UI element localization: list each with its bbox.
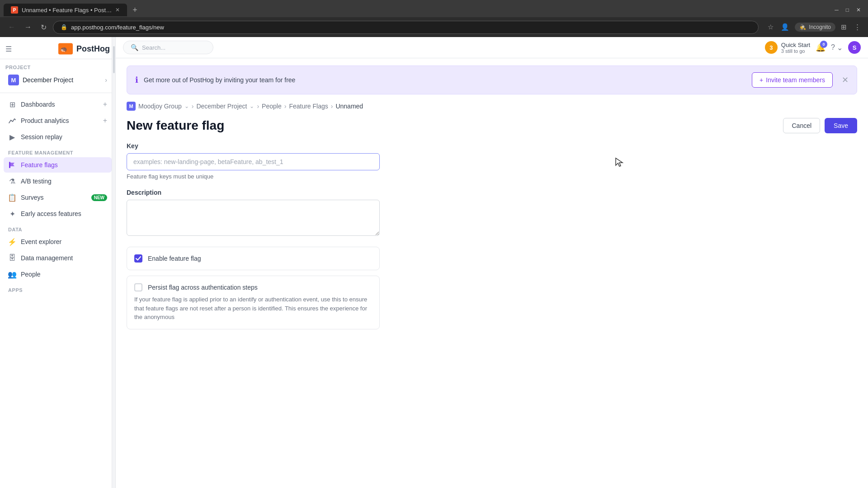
new-tab-button[interactable]: + xyxy=(129,4,141,17)
svg-rect-2 xyxy=(9,162,10,168)
surveys-icon: 📋 xyxy=(8,193,16,202)
invite-team-members-button[interactable]: + Invite team members xyxy=(752,72,833,88)
sidebar-item-dashboards[interactable]: ⊞ Dashboards + xyxy=(4,97,112,112)
user-avatar[interactable]: S xyxy=(848,41,861,54)
sidebar-item-product-analytics[interactable]: Product analytics + xyxy=(4,113,112,128)
sidebar-item-label: Event explorer xyxy=(21,238,107,245)
form-area: Key Feature flag keys must be unique Des… xyxy=(116,142,868,488)
search-icon: 🔍 xyxy=(131,44,138,51)
key-label: Key xyxy=(127,142,857,150)
breadcrumb-project[interactable]: December Project xyxy=(196,103,247,110)
search-input[interactable] xyxy=(142,44,206,51)
profile-button[interactable]: 👤 xyxy=(779,21,791,33)
back-button[interactable]: ← xyxy=(5,21,18,33)
save-button[interactable]: Save xyxy=(825,118,857,133)
notifications-button[interactable]: 🔔 0 xyxy=(816,42,826,52)
description-field: Description xyxy=(127,189,857,238)
window-minimize[interactable]: ─ xyxy=(835,7,839,13)
close-tab-button[interactable]: ✕ xyxy=(115,7,120,13)
incognito-badge: 🕵 Incognito xyxy=(795,23,835,32)
persist-flag-checkbox[interactable] xyxy=(134,283,142,291)
enable-flag-row: Enable feature flag xyxy=(134,254,372,263)
enable-flag-card: Enable feature flag xyxy=(127,247,380,270)
surveys-new-badge: NEW xyxy=(91,194,107,201)
description-label: Description xyxy=(127,189,857,196)
project-section-label: PROJECT xyxy=(5,65,110,70)
sidebar-item-data-management[interactable]: 🗄 Data management xyxy=(4,250,112,266)
breadcrumb-sep-1: › xyxy=(192,103,194,110)
logo: 🦔 PostHog xyxy=(58,42,110,55)
project-avatar: M xyxy=(8,75,19,85)
window-maximize[interactable]: □ xyxy=(846,7,849,13)
feature-flags-icon xyxy=(8,161,16,169)
banner-text: Get more out of PostHog by inviting your… xyxy=(144,76,746,84)
address-bar[interactable]: 🔒 app.posthog.com/feature_flags/new xyxy=(53,21,759,34)
bookmark-button[interactable]: ☆ xyxy=(766,21,775,33)
apps-header: APPS xyxy=(4,283,112,295)
sidebar-item-event-explorer[interactable]: ⚡ Event explorer xyxy=(4,234,112,249)
window-close[interactable]: ✕ xyxy=(856,7,861,13)
sidebar-navigation: ⊞ Dashboards + Product analytics + ▶ Ses… xyxy=(0,93,115,488)
url-text: app.posthog.com/feature_flags/new xyxy=(71,24,164,31)
key-hint: Feature flag keys must be unique xyxy=(127,173,857,180)
persist-flag-row: Persist flag across authentication steps xyxy=(134,283,372,291)
breadcrumb-people[interactable]: People xyxy=(262,103,282,110)
description-textarea[interactable] xyxy=(127,200,380,236)
lock-icon: 🔒 xyxy=(61,24,67,30)
project-chevron-icon: › xyxy=(105,76,107,84)
banner-close-button[interactable]: ✕ xyxy=(842,75,849,85)
quick-start-circle: 3 xyxy=(765,41,778,54)
project-selector[interactable]: M December Project › xyxy=(5,73,110,87)
early-access-icon: ✦ xyxy=(8,210,16,218)
sidebar-item-people[interactable]: 👥 People xyxy=(4,267,112,282)
sidebar-item-label: A/B testing xyxy=(21,178,107,185)
menu-button[interactable]: ⋮ xyxy=(852,21,863,33)
page-header: New feature flag Cancel Save xyxy=(116,114,868,142)
help-button[interactable]: ? ⌄ xyxy=(831,43,843,52)
data-header: DATA xyxy=(4,222,112,234)
breadcrumb-org[interactable]: Moodjoy Group xyxy=(138,103,182,110)
tab-title: Unnamed • Feature Flags • Post… xyxy=(22,7,112,14)
hamburger-button[interactable]: ☰ xyxy=(5,45,12,53)
invite-banner: ℹ Get more out of PostHog by inviting yo… xyxy=(127,66,857,94)
posthog-logo-icon: 🦔 xyxy=(58,42,73,55)
breadcrumb-org-chevron[interactable]: ⌄ xyxy=(184,103,189,109)
sidebar-item-label: Feature flags xyxy=(21,161,107,169)
ab-testing-icon: ⚗ xyxy=(8,177,16,185)
product-analytics-add-button[interactable]: + xyxy=(103,117,107,125)
breadcrumb-sep-4: › xyxy=(331,103,333,110)
browser-tab[interactable]: P Unnamed • Feature Flags • Post… ✕ xyxy=(4,4,127,16)
plus-icon: + xyxy=(760,76,763,84)
sidebar-item-feature-flags[interactable]: Feature flags xyxy=(4,157,112,173)
sidebar-item-session-replay[interactable]: ▶ Session replay xyxy=(4,129,112,145)
sidebar-item-surveys[interactable]: 📋 Surveys NEW xyxy=(4,190,112,205)
reload-button[interactable]: ↻ xyxy=(38,21,49,33)
favicon: P xyxy=(11,6,18,14)
people-icon: 👥 xyxy=(8,270,16,278)
sidebar-item-early-access[interactable]: ✦ Early access features xyxy=(4,206,112,221)
sidebar: ☰ 🦔 PostHog PROJECT M December Project xyxy=(0,37,116,488)
persist-flag-card: Persist flag across authentication steps… xyxy=(127,276,380,329)
org-avatar: M xyxy=(127,102,136,111)
sidebar-item-ab-testing[interactable]: ⚗ A/B testing xyxy=(4,174,112,189)
quick-start-label: Quick Start xyxy=(781,42,810,48)
search-box[interactable]: 🔍 xyxy=(123,41,213,54)
data-management-icon: 🗄 xyxy=(8,254,16,262)
breadcrumb-feature-flags[interactable]: Feature Flags xyxy=(289,103,328,110)
breadcrumb-project-chevron[interactable]: ⌄ xyxy=(250,103,254,109)
extensions-button[interactable]: ⊞ xyxy=(839,21,849,33)
svg-text:🦔: 🦔 xyxy=(60,46,67,53)
enable-flag-checkbox[interactable] xyxy=(134,254,142,263)
cancel-button[interactable]: Cancel xyxy=(783,118,820,133)
key-input[interactable] xyxy=(127,153,380,170)
quick-start-button[interactable]: 3 Quick Start 3 still to go xyxy=(765,41,810,54)
page-actions: Cancel Save xyxy=(783,118,857,133)
forward-button[interactable]: → xyxy=(22,21,34,33)
sidebar-item-label: Product analytics xyxy=(21,117,99,124)
session-replay-icon: ▶ xyxy=(8,133,16,141)
feature-management-header: FEATURE MANAGEMENT xyxy=(4,145,112,157)
dashboards-add-button[interactable]: + xyxy=(103,100,107,108)
sidebar-item-label: Surveys xyxy=(21,194,87,201)
sidebar-item-label: Early access features xyxy=(21,210,107,217)
sidebar-item-label: People xyxy=(21,271,107,278)
